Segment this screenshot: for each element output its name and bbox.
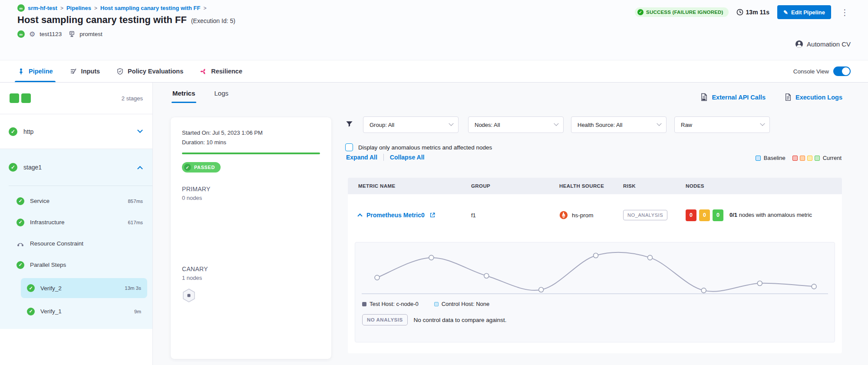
step-duration: 617ms [128,220,143,225]
step-service[interactable]: ✓ Service 857ms [0,190,152,212]
top-tabbar: Pipeline Inputs Policy Evaluations Resil… [0,60,868,83]
nodes-filter-dropdown[interactable]: Nodes: All [468,116,564,133]
anomalous-checkbox-label: Display only anomalous metrics and affec… [358,144,492,151]
tab-policy-evaluations[interactable]: Policy Evaluations [116,60,183,82]
primary-node-count: 0 nodes [182,195,320,201]
current-swatch-orange [800,156,805,161]
passed-check-icon: ✓ [184,164,191,171]
chart-data-point[interactable] [812,284,816,289]
success-check-icon: ✓ [27,308,35,315]
canary-node-count: 1 nodes [182,275,320,281]
collapse-metric-chevron[interactable] [357,213,362,218]
step-resource-constraint[interactable]: Resource Constraint [0,233,152,254]
chart-data-point[interactable] [701,288,706,293]
control-host-swatch [434,302,439,306]
edit-pipeline-button[interactable]: ✎ Edit Pipeline [777,5,831,19]
expand-all-link[interactable]: Expand All [346,154,377,161]
breadcrumb-pipelines[interactable]: Pipelines [66,5,91,11]
current-swatch-yellow [807,156,812,161]
triggered-by: Automation CV [795,40,851,48]
shield-check-icon [116,68,124,75]
host-legend: Test Host: c-node-0 Control Host: None [362,301,489,307]
chart-data-point[interactable] [757,281,762,285]
chart-data-point[interactable] [594,253,598,258]
test-host-legend: Test Host: c-node-0 [362,301,419,307]
chart-data-point[interactable] [539,287,544,292]
canary-node-hexagon[interactable] [182,288,320,303]
service-module-icon: ∞ [17,30,25,38]
metrics-table-header: METRIC NAME GROUP HEALTH SOURCE RISK NOD… [348,178,842,194]
step-verify-1[interactable]: ✓ Verify_1 9m [0,301,152,322]
breadcrumb-pipeline-name[interactable]: Host sampling canary testing with FF [100,5,200,11]
canary-label: CANARY [182,265,320,272]
breadcrumb-separator: > [94,5,97,11]
status-group: ✓ SUCCESS (FAILURE IGNORED) 13m 11s ✎ Ed… [635,5,851,19]
chart-data-point[interactable] [484,273,489,278]
execution-logs-link[interactable]: Execution Logs [785,93,842,101]
filter-icon[interactable] [345,120,353,128]
environment-icon [69,31,75,37]
step-verify-2-selected[interactable]: ✓ Verify_2 13m 3s [21,278,147,298]
console-view-toggle[interactable] [833,66,851,76]
collapse-all-link[interactable]: Collapse All [390,154,425,161]
execution-meta: ∞ ⚙ test1123 promtest [17,30,102,38]
status-check-icon: ✓ [637,9,644,15]
success-check-icon: ✓ [17,261,24,269]
chart-data-point[interactable] [429,255,434,260]
nodes-cell: 0 0 0 0/1 nodes with anomalous metric [686,209,842,221]
service-name[interactable]: test1123 [40,31,62,37]
no-analysis-badge: NO ANALYSIS [362,314,408,325]
step-duration: 9m [134,309,141,314]
metric-chart[interactable] [362,246,828,301]
primary-label: PRIMARY [182,186,320,192]
chart-data-point[interactable] [375,275,380,280]
resilience-icon [200,68,207,75]
breadcrumb-separator: > [203,5,206,11]
main-content: 2 stages ✓ http ✓ stage1 ✓ Service [0,83,868,365]
pipeline-execution-page: ∞ srm-hf-test > Pipelines > Host samplin… [0,0,868,365]
console-view-control: Console View [793,60,851,82]
anomalous-checkbox[interactable] [345,143,353,151]
chevron-down-icon [657,121,661,126]
tab-metrics[interactable]: Metrics [172,90,195,103]
stage1-section: ✓ stage1 ✓ Service 857ms ✓ Infrastructur… [0,149,152,329]
step-infrastructure[interactable]: ✓ Infrastructure 617ms [0,212,152,233]
more-options-menu[interactable]: ⋮ [839,7,851,17]
mode-filter-dropdown[interactable]: Raw [674,116,770,133]
col-risk: RISK [623,183,686,189]
status-badge: ✓ SUCCESS (FAILURE IGNORED) [635,7,729,17]
breadcrumb-separator: > [60,5,63,11]
health-source-cell: hs-prom [559,211,623,219]
step-parallel-steps[interactable]: ✓ Parallel Steps [0,254,152,275]
execution-id: (Execution Id: 5) [191,17,235,24]
title-row: Host sampling canary testing with FF (Ex… [17,14,235,26]
inputs-icon [69,67,77,75]
gear-icon: ⚙ [29,31,35,38]
group-filter-dropdown[interactable]: Group: All [363,116,459,133]
current-swatch-red [792,156,798,161]
control-host-legend: Control Host: None [434,301,490,307]
chart-data-point[interactable] [647,255,652,260]
steps-list: ✓ Service 857ms ✓ Infrastructure 617ms R… [0,186,152,322]
external-link-icon[interactable] [429,212,436,218]
environment-name[interactable]: promtest [79,31,102,37]
chevron-up-icon[interactable] [137,166,143,171]
breadcrumb-project[interactable]: srm-hf-test [28,5,57,11]
user-name: Automation CV [807,40,851,48]
success-check-icon: ✓ [17,197,24,205]
tab-logs[interactable]: Logs [215,90,229,103]
chevron-down-icon[interactable] [137,127,143,133]
tab-inputs[interactable]: Inputs [69,60,100,82]
health-source-filter-dropdown[interactable]: Health Source: All [571,116,667,133]
metric-name-link[interactable]: Prometheus Metric0 [366,212,425,219]
sidebar-stage-http[interactable]: ✓ http [0,114,152,149]
sidebar-stage-stage1[interactable]: ✓ stage1 [0,149,152,186]
health-source-name: hs-prom [572,212,594,219]
pipeline-icon [17,68,25,75]
tab-resilience[interactable]: Resilience [200,60,242,82]
risk-badge: NO_ANALYSIS [623,210,667,220]
no-analysis-message: No control data to compare against. [414,317,507,323]
tab-pipeline[interactable]: Pipeline [17,60,53,82]
passed-badge: ✓ PASSED [182,162,221,173]
external-api-calls-link[interactable]: External API Calls [700,93,766,101]
